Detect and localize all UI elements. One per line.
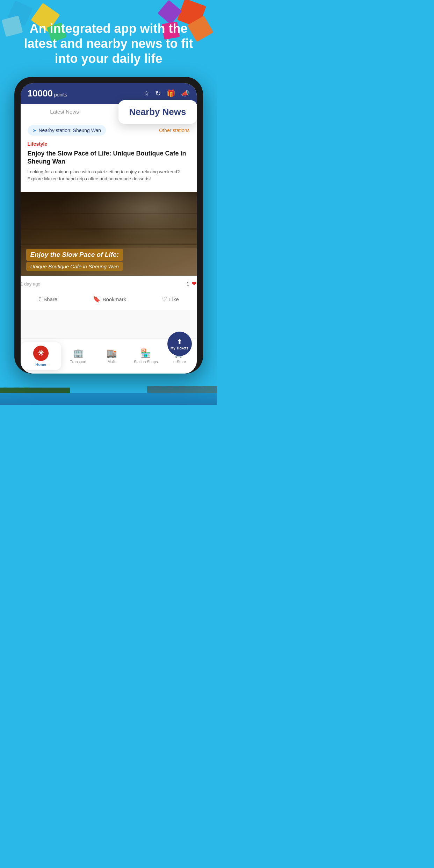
nav-transport[interactable]: 🏢 Transport xyxy=(61,348,95,364)
share-icon: ⤴ xyxy=(38,296,41,303)
bookmark-label: Bookmark xyxy=(102,296,126,302)
time-ago: 1 day ago xyxy=(21,281,41,287)
heart-icon: ❤ xyxy=(191,280,197,288)
hero-tagline: An integrated app with the latest and ne… xyxy=(0,0,217,77)
nearby-tooltip-text: Nearby News xyxy=(129,107,186,117)
image-title-line2: Unique Boutique Cafe in Sheung Wan xyxy=(26,262,123,271)
malls-label: Malls xyxy=(108,360,117,364)
like-label: Like xyxy=(169,296,179,302)
bookmark-button[interactable]: 🔖 Bookmark xyxy=(87,292,132,306)
transport-icon: 🏢 xyxy=(73,348,84,358)
transport-label: Transport xyxy=(70,360,86,364)
megaphone-icon[interactable]: 📣 xyxy=(181,89,190,97)
station-label: Nearby station: Sheung Wan xyxy=(39,128,101,133)
nav-station-shops[interactable]: 🏪 Station Shops xyxy=(129,348,163,364)
phone-mockup: 10000 points ☆ ↻ 🎁 📣 Latest News Nearby … xyxy=(14,77,203,374)
image-text-banner: Enjoy the Slow Pace of Life: Unique Bout… xyxy=(21,244,197,276)
malls-icon: 🏬 xyxy=(107,348,117,358)
share-label: Share xyxy=(43,296,57,302)
share-button[interactable]: ⤴ Share xyxy=(32,292,63,306)
station-row: ➤ Nearby station: Sheung Wan Other stati… xyxy=(28,125,190,136)
points-label: points xyxy=(54,92,67,97)
tab-section: Latest News Nearby News Nearby News xyxy=(21,104,197,120)
tab-latest-news[interactable]: Latest News xyxy=(21,104,109,120)
my-tickets-button[interactable]: ⬆ My Tickets xyxy=(167,332,192,356)
like-count: 1 ❤ xyxy=(187,280,197,288)
content-area: ➤ Nearby station: Sheung Wan Other stati… xyxy=(21,120,197,192)
station-pill[interactable]: ➤ Nearby station: Sheung Wan xyxy=(28,125,106,136)
points-number: 10000 xyxy=(28,88,53,99)
home-icon: ✳ xyxy=(33,346,49,361)
like-icon: ♡ xyxy=(161,295,167,303)
skyline-area xyxy=(0,377,217,405)
like-button[interactable]: ♡ Like xyxy=(156,292,185,306)
tickets-icon: ⬆ xyxy=(177,338,182,346)
nearby-news-tooltip: Nearby News xyxy=(118,100,196,124)
header-icons: ☆ ↻ 🎁 📣 xyxy=(143,89,190,97)
article-title: Enjoy the Slow Pace of Life: Unique Bout… xyxy=(28,150,190,166)
action-bar: ⤴ Share 🔖 Bookmark ♡ Like xyxy=(21,292,197,306)
next-article-preview xyxy=(21,310,197,338)
nav-home[interactable]: ✳ Home xyxy=(21,342,62,370)
refresh-icon[interactable]: ↻ xyxy=(155,89,161,97)
station-shops-icon: 🏪 xyxy=(140,348,151,358)
gift-icon[interactable]: 🎁 xyxy=(167,89,175,97)
estore-label: e-Store xyxy=(173,360,186,364)
phone-wrapper: 10000 points ☆ ↻ 🎁 📣 Latest News Nearby … xyxy=(0,77,217,381)
water xyxy=(0,393,217,405)
bottom-nav: ✳ Home 🏢 Transport 🏬 Malls 🏪 Station Sho… xyxy=(21,338,197,374)
station-shops-label: Station Shops xyxy=(134,360,158,364)
article-category: Lifestyle xyxy=(28,141,190,147)
article-description: Looking for a unique place with a quiet … xyxy=(28,168,190,182)
like-number: 1 xyxy=(187,281,189,287)
article-footer: 1 day ago 1 ❤ ⤴ Share 🔖 Bookmark xyxy=(21,276,197,310)
other-stations-link[interactable]: Other stations xyxy=(159,128,189,133)
bookmark-icon: 🔖 xyxy=(93,295,100,303)
my-tickets-label: My Tickets xyxy=(171,346,188,350)
image-title-line1: Enjoy the Slow Pace of Life: xyxy=(26,249,123,261)
article-image: Enjoy the Slow Pace of Life: Unique Bout… xyxy=(21,192,197,276)
star-icon[interactable]: ☆ xyxy=(143,89,150,97)
phone-screen: 10000 points ☆ ↻ 🎁 📣 Latest News Nearby … xyxy=(21,83,197,374)
location-icon: ➤ xyxy=(32,128,37,133)
home-label: Home xyxy=(36,362,46,367)
points-section: 10000 points xyxy=(28,88,67,99)
article-meta: 1 day ago 1 ❤ xyxy=(21,280,197,288)
nav-malls[interactable]: 🏬 Malls xyxy=(95,348,129,364)
